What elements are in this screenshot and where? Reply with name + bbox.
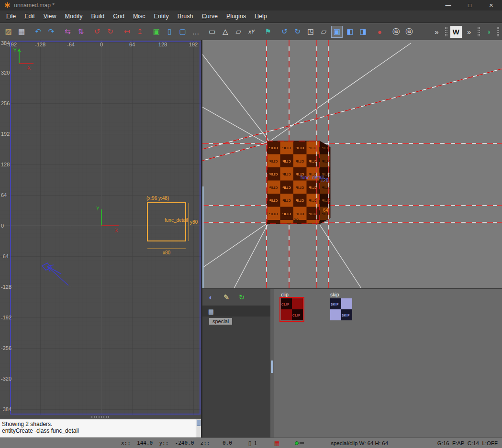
svg-text:-64: -64 [1, 253, 9, 259]
texture-scrollbar[interactable] [270, 289, 274, 437]
edit-shader-icon[interactable]: ✎ [221, 292, 232, 303]
menu-grid[interactable]: Grid [109, 11, 129, 22]
plugin-w-button[interactable]: W [450, 26, 461, 38]
csg-subtract-button[interactable]: ▣ [151, 26, 162, 38]
surface-inspector-button[interactable]: ⚑ [262, 26, 273, 38]
menubar: File Edit View Modify Build Grid Misc En… [0, 11, 502, 23]
select-touching-button[interactable]: ◳ [305, 26, 316, 38]
svg-text:64: 64 [129, 42, 135, 47]
svg-text:-192: -192 [1, 315, 11, 320]
svg-text:-256: -256 [1, 345, 11, 351]
more-tools-button[interactable]: … [190, 26, 201, 38]
menu-curve[interactable]: Curve [198, 11, 222, 22]
svg-text:X: X [115, 228, 118, 233]
texture-lock-rotate-button[interactable]: ⓐ [403, 26, 414, 38]
menu-brush[interactable]: Brush [173, 11, 198, 22]
cap-selection-button[interactable]: ● [374, 26, 385, 38]
texture-glyph-text: CLIP [281, 302, 290, 306]
svg-text:64: 64 [1, 192, 7, 198]
split-selected-button[interactable]: ◧ [345, 26, 356, 38]
texture-scrollbar-thumb[interactable] [271, 361, 273, 373]
svg-text:0: 0 [100, 42, 103, 47]
free-rotate-button[interactable]: ↺ [279, 26, 290, 38]
prism-tool-button[interactable]: ▱ [233, 26, 244, 38]
texture-grid[interactable]: clip CLIP CLIP skip SKIP SKIP [270, 289, 502, 437]
brush-count-icon: ▯ [248, 440, 252, 447]
right-pane: CLIP CLIP CLIP CLIP [202, 40, 502, 437]
svg-text:128: 128 [158, 42, 167, 47]
close-button[interactable]: × [480, 0, 502, 11]
undo-button[interactable]: ↶ [33, 26, 44, 38]
maximize-button[interactable]: □ [459, 0, 480, 11]
menu-misc[interactable]: Misc [129, 11, 150, 22]
texture-tag-special[interactable]: special [209, 318, 232, 325]
model-plugin-button[interactable]: ◑ [483, 26, 494, 38]
flip-x-button[interactable]: ⇆ [62, 26, 73, 38]
minimize-button[interactable]: — [437, 0, 459, 11]
camera-scrollbar[interactable] [202, 186, 204, 288]
toolbar-grip[interactable] [478, 27, 480, 36]
svg-text:-64: -64 [67, 42, 75, 47]
flip-clip-button[interactable]: ◨ [357, 26, 368, 38]
texture-name: skip [330, 292, 354, 297]
brush-height-label: y80 [190, 219, 198, 225]
shader-doc-icon[interactable]: ▤ [205, 306, 217, 317]
texture-thumbnail-clip[interactable]: CLIP CLIP [281, 298, 303, 320]
shader-ball-icon[interactable]: ◐ [205, 292, 217, 303]
toolbar-overflow-1[interactable]: » [431, 26, 442, 38]
rotate-left-button[interactable]: ↺ [91, 26, 102, 38]
window-title: unnamed.map * [14, 2, 55, 9]
flip-y-button[interactable]: ↤ [121, 26, 132, 38]
clipper-tool-button[interactable]: ▣ [331, 26, 342, 38]
menu-modify[interactable]: Modify [61, 11, 87, 22]
rotate-y-button[interactable]: ↥ [134, 26, 145, 38]
cone-tool-button[interactable]: △ [220, 26, 231, 38]
redo-button[interactable]: ↷ [45, 26, 56, 38]
hollow-tool-button[interactable]: ▭ [207, 26, 218, 38]
menu-plugins[interactable]: Plugins [222, 11, 250, 22]
toolbar-grip[interactable] [445, 27, 447, 36]
rotate-x-button[interactable]: ⇅ [75, 26, 86, 38]
menu-file[interactable]: File [2, 11, 20, 22]
texture-thumbnail-skip[interactable]: SKIP SKIP [330, 298, 352, 320]
menu-view[interactable]: View [39, 11, 61, 22]
menu-edit[interactable]: Edit [20, 11, 39, 22]
toolbar-grip[interactable] [497, 27, 499, 36]
menu-build[interactable]: Build [87, 11, 109, 22]
texture-item-skip[interactable]: skip SKIP SKIP [330, 292, 354, 320]
brush-width-label: x80 [163, 250, 171, 255]
svg-text:192: 192 [1, 131, 10, 137]
toolbar: ▨ ▦ ↶ ↷ ⇆ ⇅ ↺ ↻ ↤ ↥ ▣ ▯ ▢ … ▭ △ ▱ xY ⚑ ↺… [0, 23, 502, 40]
menu-help[interactable]: Help [250, 11, 271, 22]
rotate-right-button[interactable]: ↻ [105, 26, 116, 38]
texture-item-clip[interactable]: clip CLIP CLIP [281, 292, 305, 320]
square-tool-button[interactable]: ▢ [177, 26, 188, 38]
refresh-textures-icon[interactable]: ↻ [236, 292, 247, 303]
svg-text:Y: Y [96, 206, 100, 211]
texture-lock-move-button[interactable]: ⓐ [390, 26, 402, 38]
cylinder-tool-button[interactable]: ▯ [164, 26, 175, 38]
xy-2d-view[interactable]: 384 320 256 192 128 64 0 -64 -128 -192 -… [0, 40, 201, 415]
camera-3d-view[interactable]: CLIP CLIP CLIP CLIP [202, 40, 502, 288]
select-inside-button[interactable]: ▱ [318, 26, 329, 38]
cube-dim-label-b: 80 [293, 218, 299, 223]
console-line: entityCreate -class func_detail [2, 427, 194, 434]
titlebar: ∗ unnamed.map * — □ × [0, 0, 502, 11]
console-scrollbar[interactable] [196, 419, 201, 437]
save-button[interactable]: ▦ [16, 26, 27, 38]
cube-dim-label-a: 128 [321, 178, 329, 183]
status-toggle-icon[interactable] [295, 441, 304, 445]
clip-indicator-icon: ▦ [274, 440, 279, 447]
open-button[interactable]: ▨ [3, 26, 14, 38]
console-scrollbar-thumb[interactable] [197, 420, 201, 426]
free-scale-button[interactable]: ↻ [292, 26, 303, 38]
axis-text-button[interactable]: xY [246, 26, 257, 38]
menu-entity[interactable]: Entity [150, 11, 173, 22]
console: Showing 2 shaders. entityCreate -class f… [0, 419, 201, 437]
splitter-grip[interactable] [91, 416, 110, 418]
texture-name: clip [281, 292, 305, 297]
toolbar-overflow-2[interactable]: » [464, 26, 475, 38]
statusbar: x:: 144.0 y:: -240.0 z:: 0.0 ▯ 1 ▦ speci… [0, 437, 502, 448]
texture-glyph-text: SKIP [342, 313, 350, 317]
current-texture-info: special/clip W: 64 H: 64 [331, 440, 388, 446]
